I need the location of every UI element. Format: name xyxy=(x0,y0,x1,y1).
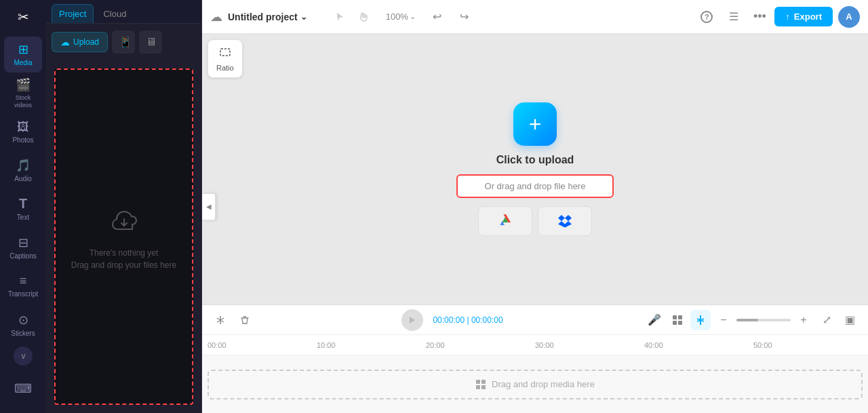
topbar: ☁ Untitled project ⌄ 100% ⌄ ↩ ↪ ? xyxy=(202,0,868,34)
undo-btn[interactable]: ↩ xyxy=(427,6,448,28)
timeline-track-area[interactable]: Drag and drop media here xyxy=(202,355,868,413)
keyboard-icon: ⌨ xyxy=(14,381,32,396)
svg-rect-8 xyxy=(481,380,486,384)
timeline-split-btn[interactable] xyxy=(210,310,231,330)
svg-rect-7 xyxy=(476,380,480,384)
avatar[interactable]: A xyxy=(838,6,860,28)
sidebar-item-label: Photos xyxy=(12,136,33,144)
sidebar-item-audio[interactable]: 🎵 Audio xyxy=(4,153,42,189)
svg-rect-2 xyxy=(673,315,677,319)
export-icon: ↑ xyxy=(785,12,790,22)
sidebar-item-transcript[interactable]: ≡ Transcript xyxy=(4,268,42,304)
upload-drop-zone[interactable]: There's nothing yet Drag and drop your f… xyxy=(54,68,193,405)
timeline-delete-btn[interactable] xyxy=(235,310,255,330)
timeline-monitor-btn[interactable]: ▣ xyxy=(840,310,860,330)
transcript-icon: ≡ xyxy=(20,274,27,288)
timeline-zoom-in-btn[interactable]: + xyxy=(793,310,814,330)
ruler-mark-5: 50:00 xyxy=(753,341,863,349)
text-icon: T xyxy=(19,196,27,212)
timeline-toolbar: 00:00:00 | 00:00:00 🎤 − + ⤢ ▣ xyxy=(202,305,868,335)
zoom-control[interactable]: 100% ⌄ xyxy=(380,9,421,24)
ruler-mark-2: 20:00 xyxy=(426,341,535,349)
canvas-service-btns xyxy=(478,206,592,236)
select-tool-btn[interactable] xyxy=(329,6,351,28)
sidebar-item-label: Stockvideos xyxy=(14,94,32,109)
export-btn[interactable]: ↑ Export xyxy=(774,7,833,26)
zoom-chevron-icon: ⌄ xyxy=(410,12,416,21)
hand-tool-btn[interactable] xyxy=(353,6,375,28)
sidebar-item-text[interactable]: T Text xyxy=(4,191,42,227)
canvas-upload-plus-btn[interactable]: + xyxy=(513,102,557,146)
timeline-drop-zone[interactable]: Drag and drop media here xyxy=(208,370,863,399)
app-logo: ✂ xyxy=(11,5,35,28)
timeline-ruler: 00:00 10:00 20:00 30:00 40:00 50:00 xyxy=(202,335,868,355)
sidebar-item-stickers[interactable]: ⊙ Stickers xyxy=(4,307,42,342)
canvas-area: Ratio + Click to upload Or drag and drop… xyxy=(202,34,868,304)
layers-btn[interactable]: ☰ xyxy=(723,6,745,28)
timeline-time-display: 00:00:00 | 00:00:00 xyxy=(433,315,502,325)
sidebar: ✂ ⊞ Media 🎬 Stockvideos 🖼 Photos 🎵 Audio… xyxy=(0,0,46,413)
desktop-view-btn[interactable]: 🖥 xyxy=(139,31,162,54)
sidebar-item-captions[interactable]: ⊟ Captions xyxy=(4,229,42,265)
sidebar-item-label: Stickers xyxy=(11,330,35,337)
tab-cloud[interactable]: Cloud xyxy=(96,4,133,23)
timeline-zoom-slider[interactable] xyxy=(736,319,791,321)
canvas-upload-card: + Click to upload Or drag and drop file … xyxy=(456,102,614,236)
svg-rect-9 xyxy=(476,385,480,389)
google-drive-btn[interactable] xyxy=(478,206,532,236)
ruler-mark-1: 10:00 xyxy=(317,341,426,349)
help-icon: ? xyxy=(701,11,713,23)
tab-cloud-label: Cloud xyxy=(103,9,126,19)
sidebar-item-stock-videos[interactable]: 🎬 Stockvideos xyxy=(4,75,42,111)
media-panel: Project Cloud ☁ Upload 📱 🖥 There's nothi… xyxy=(46,0,202,413)
panel-collapse-btn[interactable]: ◀ xyxy=(202,193,216,220)
timeline-play-btn[interactable] xyxy=(401,309,423,331)
upload-cloud-icon: ☁ xyxy=(60,37,70,47)
timeline-zoom-out-btn[interactable]: − xyxy=(713,310,734,330)
upload-btn[interactable]: ☁ Upload xyxy=(52,32,108,52)
timeline-cut-btn[interactable] xyxy=(690,310,711,330)
svg-rect-3 xyxy=(678,315,682,319)
layers-icon: ☰ xyxy=(729,10,738,23)
timeline-fit-btn[interactable]: ⤢ xyxy=(816,310,837,330)
sidebar-collapse-btn[interactable]: ∨ xyxy=(14,347,33,366)
canvas-drag-drop-box[interactable]: Or drag and drop file here xyxy=(456,174,614,198)
sidebar-bottom: ∨ ⌨ xyxy=(4,345,42,408)
ratio-btn[interactable]: Ratio xyxy=(208,39,243,78)
svg-rect-10 xyxy=(481,385,486,389)
svg-rect-4 xyxy=(673,321,677,325)
sidebar-item-keyboard[interactable]: ⌨ xyxy=(4,370,42,408)
upload-btn-label: Upload xyxy=(73,37,99,47)
canvas-upload-title: Click to upload xyxy=(496,154,574,166)
ratio-label: Ratio xyxy=(216,64,234,72)
timeline-mic-btn[interactable]: 🎤 xyxy=(644,310,665,330)
project-name[interactable]: Untitled project ⌄ xyxy=(228,12,307,22)
ratio-icon xyxy=(218,45,232,62)
svg-rect-5 xyxy=(678,321,682,325)
main-content: ☁ Untitled project ⌄ 100% ⌄ ↩ ↪ ? xyxy=(202,0,868,413)
stickers-icon: ⊙ xyxy=(18,313,28,328)
timeline-effects-btn[interactable] xyxy=(667,310,688,330)
tab-project-label: Project xyxy=(59,9,86,19)
dropbox-btn[interactable] xyxy=(538,206,592,236)
more-options-btn[interactable]: ••• xyxy=(750,7,769,26)
ruler-mark-4: 40:00 xyxy=(644,341,753,349)
timeline: 00:00:00 | 00:00:00 🎤 − + ⤢ ▣ xyxy=(202,304,868,413)
redo-btn[interactable]: ↪ xyxy=(454,6,475,28)
sidebar-item-label: Captions xyxy=(9,252,36,260)
media-icon: ⊞ xyxy=(18,42,28,57)
sidebar-item-label: Text xyxy=(17,214,29,221)
sidebar-item-label: Transcript xyxy=(8,290,38,298)
svg-rect-0 xyxy=(220,49,230,56)
stock-videos-icon: 🎬 xyxy=(16,77,31,92)
sidebar-item-media[interactable]: ⊞ Media xyxy=(4,37,42,73)
captions-icon: ⊟ xyxy=(18,235,28,250)
project-chevron-icon: ⌄ xyxy=(300,12,307,22)
tab-project[interactable]: Project xyxy=(52,4,94,23)
sidebar-item-label: Media xyxy=(14,59,32,66)
help-btn[interactable]: ? xyxy=(696,6,717,28)
upload-empty-text: There's nothing yet Drag and drop your f… xyxy=(71,247,176,271)
sidebar-item-photos[interactable]: 🖼 Photos xyxy=(4,114,42,150)
audio-icon: 🎵 xyxy=(16,158,31,173)
mobile-view-btn[interactable]: 📱 xyxy=(112,31,135,54)
